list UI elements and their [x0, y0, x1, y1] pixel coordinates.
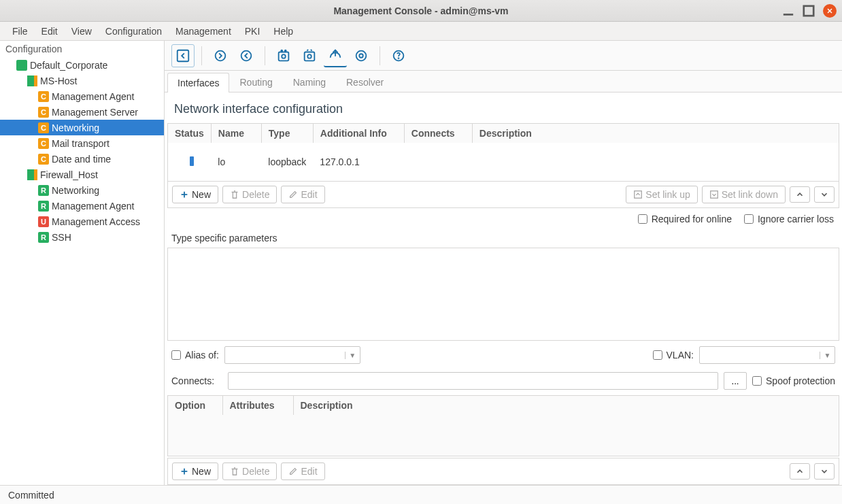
- window-controls: [782, 4, 837, 18]
- alias-vlan-row: Alias of: ▼ VLAN: ▼: [165, 342, 842, 368]
- tree-item-firewall-host[interactable]: Firewall_Host: [0, 167, 164, 182]
- vlan-combo[interactable]: ▼: [699, 346, 835, 364]
- opt-move-down-button[interactable]: [814, 463, 835, 480]
- cell-connects: [404, 143, 472, 181]
- tree-item-ms-host[interactable]: MS-Host: [0, 73, 164, 88]
- svg-point-10: [285, 50, 286, 51]
- alias-check[interactable]: Alias of:: [171, 350, 219, 360]
- tree-item-date-and-time[interactable]: CDate and time: [0, 151, 164, 167]
- type-badge-icon: R: [38, 185, 49, 196]
- svg-point-8: [282, 54, 286, 58]
- tb-gear1-icon[interactable]: [272, 44, 295, 67]
- tb-upload-icon[interactable]: [324, 44, 347, 67]
- col-name[interactable]: Name: [211, 124, 261, 143]
- tb-help-icon[interactable]: [387, 44, 410, 67]
- tree-item-management-agent[interactable]: RManagement Agent: [0, 198, 164, 214]
- tree-label: Networking: [52, 185, 99, 196]
- menu-configuration[interactable]: Configuration: [99, 23, 169, 39]
- opt-col-option[interactable]: Option: [168, 396, 222, 415]
- opt-new-button[interactable]: New: [172, 463, 218, 480]
- svg-point-6: [241, 50, 252, 61]
- ignore-carrier-check[interactable]: Ignore carrier loss: [744, 214, 834, 224]
- opt-move-up-button[interactable]: [790, 463, 810, 480]
- type-badge-icon: C: [38, 91, 49, 102]
- config-tree: Default_CorporateMS-HostCManagement Agen…: [0, 57, 164, 245]
- menu-help[interactable]: Help: [267, 23, 300, 39]
- delete-button[interactable]: Delete: [222, 186, 277, 203]
- tab-routing[interactable]: Routing: [229, 72, 282, 92]
- col-info[interactable]: Additional Info: [313, 124, 404, 143]
- connects-browse-button[interactable]: ...: [724, 372, 747, 390]
- opt-edit-button[interactable]: Edit: [281, 463, 324, 480]
- alias-combo[interactable]: ▼: [224, 346, 360, 364]
- opt-col-desc[interactable]: Description: [293, 396, 839, 415]
- col-desc[interactable]: Description: [472, 124, 839, 143]
- options-table: Option Attributes Description: [168, 396, 839, 415]
- maximize-button[interactable]: [803, 5, 815, 17]
- vlan-check[interactable]: VLAN:: [653, 350, 694, 360]
- tb-gear3-icon[interactable]: [350, 44, 373, 67]
- tabstrip: Interfaces Routing Naming Resolver: [165, 71, 842, 93]
- cell-type: loopback: [261, 143, 313, 181]
- svg-rect-4: [178, 50, 189, 61]
- tree-item-networking[interactable]: CNetworking: [0, 120, 164, 135]
- tree-label: Management Agent: [52, 91, 134, 102]
- type-badge-icon: C: [38, 154, 49, 165]
- iface-button-row: New Delete Edit Set link up Set link dow…: [167, 182, 839, 208]
- spoof-checkbox[interactable]: [752, 376, 762, 386]
- tb-gear2-icon[interactable]: [298, 44, 321, 67]
- statusbar: Committed: [0, 485, 842, 504]
- tree-item-ssh[interactable]: RSSH: [0, 229, 164, 245]
- edit-button[interactable]: Edit: [281, 186, 324, 203]
- menu-management[interactable]: Management: [169, 23, 238, 39]
- opt-col-attrs[interactable]: Attributes: [222, 396, 293, 415]
- minimize-button[interactable]: [782, 5, 794, 17]
- svg-point-15: [359, 54, 363, 58]
- tree-item-management-access[interactable]: UManagement Access: [0, 214, 164, 229]
- required-checkbox[interactable]: [638, 214, 647, 224]
- type-badge-icon: C: [38, 107, 49, 118]
- tree-item-management-agent[interactable]: CManagement Agent: [0, 88, 164, 104]
- tree-item-default-corporate[interactable]: Default_Corporate: [0, 57, 164, 73]
- tab-interfaces[interactable]: Interfaces: [167, 73, 229, 93]
- close-button[interactable]: [823, 4, 837, 18]
- connects-input[interactable]: [228, 372, 718, 390]
- move-up-button[interactable]: [790, 186, 810, 203]
- tree-item-management-server[interactable]: CManagement Server: [0, 104, 164, 120]
- connects-label: Connects:: [171, 375, 222, 386]
- tab-naming[interactable]: Naming: [283, 72, 336, 92]
- tree-label: Management Server: [52, 107, 138, 118]
- vlan-checkbox[interactable]: [653, 350, 662, 360]
- params-box: [167, 248, 839, 341]
- menu-view[interactable]: View: [65, 23, 99, 39]
- alias-checkbox[interactable]: [171, 350, 181, 360]
- status-text: Committed: [8, 490, 54, 501]
- menu-pki[interactable]: PKI: [238, 23, 267, 39]
- svg-point-14: [356, 50, 367, 61]
- tree-item-mail-transport[interactable]: CMail transport: [0, 135, 164, 151]
- col-type[interactable]: Type: [261, 124, 313, 143]
- table-row[interactable]: lo loopback 127.0.0.1: [168, 143, 839, 181]
- type-badge-icon: R: [38, 232, 49, 243]
- separator: [265, 46, 265, 65]
- move-down-button[interactable]: [814, 186, 835, 203]
- opt-delete-button[interactable]: Delete: [222, 463, 277, 480]
- col-status[interactable]: Status: [168, 124, 211, 143]
- tb-back-icon[interactable]: [171, 44, 195, 67]
- ignore-checkbox[interactable]: [744, 214, 754, 224]
- spoof-check[interactable]: Spoof protection: [752, 375, 835, 386]
- new-button[interactable]: New: [172, 186, 218, 203]
- set-link-up-button[interactable]: Set link up: [626, 186, 697, 203]
- tb-revert-icon[interactable]: [235, 44, 258, 67]
- tree-item-networking[interactable]: RNetworking: [0, 182, 164, 198]
- col-connects[interactable]: Connects: [404, 124, 472, 143]
- menu-file[interactable]: File: [5, 23, 35, 39]
- host-icon: [27, 169, 37, 180]
- menu-edit[interactable]: Edit: [35, 23, 65, 39]
- opt-edit-label: Edit: [301, 466, 317, 477]
- content: Interfaces Routing Naming Resolver Netwo…: [165, 41, 842, 485]
- tb-commit-icon[interactable]: [209, 44, 232, 67]
- set-link-down-button[interactable]: Set link down: [702, 186, 786, 203]
- required-online-check[interactable]: Required for online: [638, 214, 732, 224]
- tab-resolver[interactable]: Resolver: [336, 72, 394, 92]
